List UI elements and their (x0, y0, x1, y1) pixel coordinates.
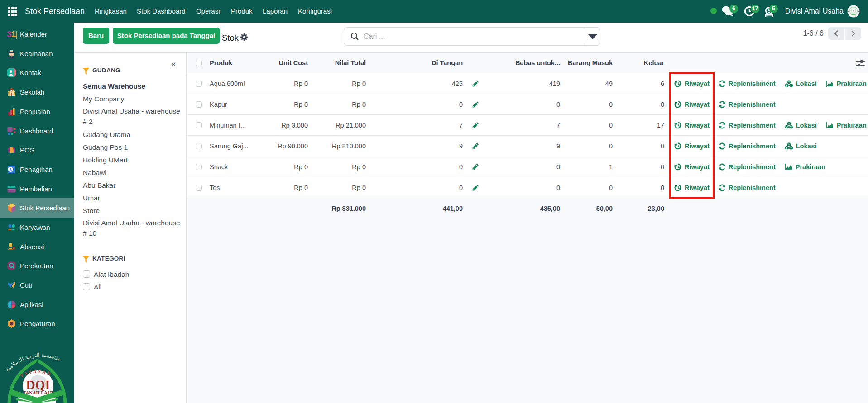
svg-text:$: $ (10, 167, 12, 172)
svg-text:DQI: DQI (26, 378, 50, 392)
